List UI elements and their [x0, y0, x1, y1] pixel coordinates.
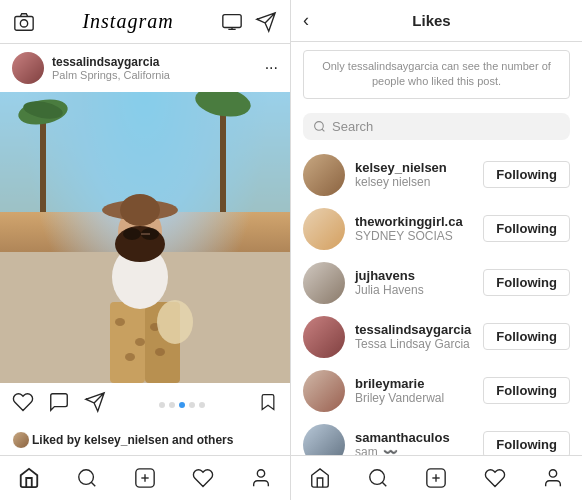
following-button[interactable]: Following — [483, 377, 570, 404]
username[interactable]: jujhavens — [355, 268, 473, 283]
avatar[interactable] — [303, 208, 345, 250]
top-bar: Instagram — [0, 0, 290, 44]
search-input[interactable]: Search — [332, 119, 373, 134]
username[interactable]: samanthaculos — [355, 430, 473, 445]
bookmark-icon[interactable] — [258, 391, 278, 419]
comment-icon[interactable] — [48, 391, 70, 419]
dot-1 — [159, 402, 165, 408]
avatar[interactable] — [303, 424, 345, 455]
avatar[interactable] — [12, 52, 44, 84]
svg-point-32 — [370, 470, 385, 485]
svg-rect-0 — [15, 16, 33, 30]
search-icon — [313, 120, 326, 133]
profile-header: tessalindsaygarcia Palm Springs, Califor… — [0, 44, 290, 92]
username[interactable]: tessalindsaygarcia — [355, 322, 473, 337]
user-info: samanthaculos sam 〰️ — [355, 430, 473, 455]
right-panel: ‹ Likes Only tessalindsaygarcia can see … — [291, 0, 582, 500]
svg-rect-7 — [220, 102, 226, 212]
nav-add-icon-right[interactable] — [416, 464, 456, 492]
username[interactable]: theworkinggirl.ca — [355, 214, 473, 229]
nav-add-icon[interactable] — [125, 464, 165, 492]
list-item: kelsey_nielsen kelsey nielsen Following — [291, 148, 582, 202]
avatar[interactable] — [303, 154, 345, 196]
left-panel: Instagram tessalindsaygarcia Palm Spring… — [0, 0, 291, 500]
nav-profile-icon-right[interactable] — [533, 464, 573, 492]
profile-location: Palm Springs, California — [52, 69, 257, 81]
liked-text: Liked by kelsey_nielsen and others — [32, 433, 233, 447]
svg-point-13 — [135, 338, 145, 346]
share-icon[interactable] — [84, 391, 106, 419]
user-info: theworkinggirl.ca SYDNEY SOCIAS — [355, 214, 473, 243]
avatar[interactable] — [303, 262, 345, 304]
display-name: Briley Vanderwal — [355, 391, 473, 405]
following-button[interactable]: Following — [483, 269, 570, 296]
nav-profile-icon[interactable] — [241, 464, 281, 492]
paper-plane-icon[interactable] — [254, 10, 278, 34]
dot-5 — [199, 402, 205, 408]
liked-avatars — [12, 431, 26, 449]
display-name: Julia Havens — [355, 283, 473, 297]
likes-title: Likes — [317, 12, 546, 29]
likes-bar: Liked by kelsey_nielsen and others — [0, 427, 290, 455]
username[interactable]: kelsey_nielsen — [355, 160, 473, 175]
right-bottom-nav — [291, 455, 582, 500]
following-button[interactable]: Following — [483, 215, 570, 242]
user-info: kelsey_nielsen kelsey nielsen — [355, 160, 473, 189]
svg-point-16 — [155, 348, 165, 356]
svg-point-15 — [125, 353, 135, 361]
instagram-logo: Instagram — [82, 10, 173, 33]
svg-point-30 — [257, 470, 264, 477]
avatar[interactable] — [303, 316, 345, 358]
list-item: samanthaculos sam 〰️ Following — [291, 418, 582, 455]
list-item: brileymarie Briley Vanderwal Following — [291, 364, 582, 418]
dot-4 — [189, 402, 195, 408]
likes-header: ‹ Likes — [291, 0, 582, 42]
bottom-nav — [0, 455, 290, 500]
user-info: brileymarie Briley Vanderwal — [355, 376, 473, 405]
nav-heart-icon[interactable] — [183, 464, 223, 492]
avatar[interactable] — [303, 370, 345, 412]
carousel-dots — [120, 402, 244, 408]
profile-info: tessalindsaygarcia Palm Springs, Califor… — [52, 55, 257, 81]
following-button[interactable]: Following — [483, 161, 570, 188]
following-button[interactable]: Following — [483, 323, 570, 350]
like-icon[interactable] — [12, 391, 34, 419]
likes-list: kelsey_nielsen kelsey nielsen Following … — [291, 148, 582, 455]
following-button[interactable]: Following — [483, 431, 570, 455]
svg-rect-24 — [141, 233, 150, 235]
svg-point-36 — [549, 470, 556, 477]
nav-home-icon-right[interactable] — [300, 464, 340, 492]
svg-point-25 — [157, 300, 193, 344]
back-button[interactable]: ‹ — [303, 10, 309, 31]
nav-home-icon[interactable] — [9, 464, 49, 492]
camera-icon[interactable] — [12, 10, 36, 34]
svg-point-20 — [120, 194, 160, 226]
search-bar[interactable]: Search — [303, 113, 570, 140]
liked-user-avatar — [12, 431, 30, 449]
svg-point-31 — [315, 121, 324, 130]
user-info: tessalindsaygarcia Tessa Lindsay Garcia — [355, 322, 473, 351]
dot-3 — [179, 402, 185, 408]
liked-username[interactable]: kelsey_nielsen — [84, 433, 169, 447]
display-name: Tessa Lindsay Garcia — [355, 337, 473, 351]
privacy-notice: Only tessalindsaygarcia can see the numb… — [303, 50, 570, 99]
dot-2 — [169, 402, 175, 408]
svg-point-26 — [79, 470, 94, 485]
display-name: kelsey nielsen — [355, 175, 473, 189]
display-name: SYDNEY SOCIAS — [355, 229, 473, 243]
more-options-icon[interactable]: ··· — [265, 59, 278, 77]
nav-heart-icon-right[interactable] — [475, 464, 515, 492]
svg-point-12 — [115, 318, 125, 326]
svg-rect-4 — [40, 112, 46, 212]
svg-point-22 — [123, 228, 141, 240]
display-name: sam 〰️ — [355, 445, 473, 455]
profile-username[interactable]: tessalindsaygarcia — [52, 55, 257, 69]
user-info: jujhavens Julia Havens — [355, 268, 473, 297]
post-image — [0, 92, 290, 383]
svg-rect-2 — [223, 14, 241, 27]
nav-search-icon[interactable] — [67, 464, 107, 492]
nav-search-icon-right[interactable] — [358, 464, 398, 492]
username[interactable]: brileymarie — [355, 376, 473, 391]
tv-icon[interactable] — [220, 10, 244, 34]
svg-point-1 — [20, 19, 27, 26]
